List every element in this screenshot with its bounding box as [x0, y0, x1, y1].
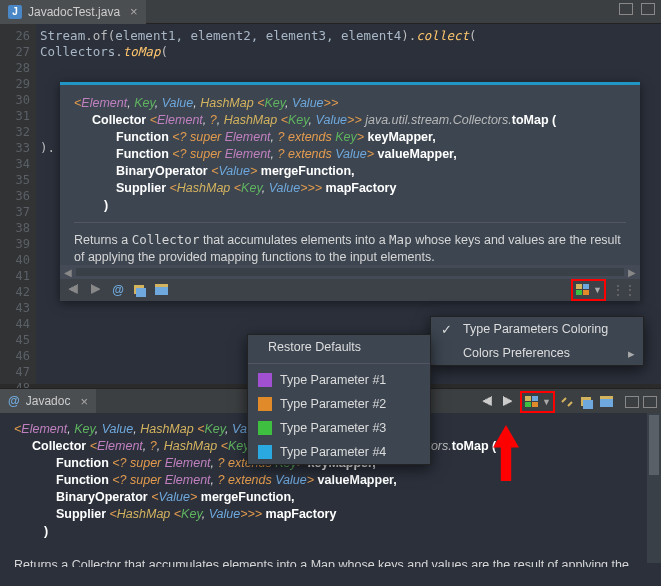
- popup-hscrollbar[interactable]: ◀ ▶: [60, 265, 640, 279]
- javadoc-toolbar: ⯇ ⯈ ▼: [480, 391, 657, 413]
- svg-rect-15: [600, 396, 613, 399]
- editor-tabbar: J JavadocTest.java ×: [0, 0, 661, 24]
- svg-rect-6: [576, 290, 582, 295]
- jd-maximize-icon[interactable]: [643, 396, 657, 408]
- menu-separator: [248, 363, 430, 364]
- scroll-left-icon[interactable]: ◀: [64, 267, 72, 278]
- svg-rect-4: [576, 284, 582, 289]
- svg-rect-10: [525, 402, 531, 407]
- color-dropdown-menu: ✓ Type Parameters Coloring Colors Prefer…: [430, 316, 644, 366]
- svg-rect-9: [532, 396, 538, 401]
- javadoc-tab[interactable]: @ Javadoc ×: [0, 389, 96, 413]
- minimize-icon[interactable]: [619, 3, 633, 15]
- open-declaration-icon[interactable]: [132, 282, 148, 298]
- submenu-arrow-icon: ▸: [628, 346, 635, 361]
- code-editor[interactable]: 262728 293031 323334 353637 383940 41424…: [0, 24, 661, 384]
- maximize-icon[interactable]: [641, 3, 655, 15]
- javadoc-vscrollbar[interactable]: [647, 413, 661, 563]
- svg-rect-5: [583, 284, 589, 289]
- color-swatch-2: [258, 397, 272, 411]
- jd-forward-icon[interactable]: ⯈: [500, 394, 516, 410]
- menu-colors-preferences[interactable]: Colors Preferences ▸: [431, 341, 643, 365]
- javadoc-at-icon: @: [8, 394, 20, 408]
- color-swatch-1: [258, 373, 272, 387]
- menu-restore-defaults[interactable]: Restore Defaults: [248, 335, 430, 359]
- svg-rect-13: [583, 400, 593, 409]
- color-swatch-3: [258, 421, 272, 435]
- scroll-right-icon[interactable]: ▶: [628, 267, 636, 278]
- svg-rect-7: [583, 290, 589, 295]
- jd-dropdown-arrow-icon[interactable]: ▼: [542, 397, 551, 407]
- jd-back-icon[interactable]: ⯇: [480, 394, 496, 410]
- javadoc-tab-label: Javadoc: [26, 394, 71, 408]
- close-tab-icon[interactable]: ×: [130, 4, 138, 19]
- close-javadoc-tab-icon[interactable]: ×: [80, 394, 88, 409]
- editor-tab[interactable]: J JavadocTest.java ×: [0, 0, 146, 24]
- jd-open-decl-icon[interactable]: [579, 394, 595, 410]
- colors-submenu: Restore Defaults Type Parameter #1 Type …: [247, 334, 431, 465]
- popup-toolbar: ⯇ ⯈ @ ▼ ⋮⋮: [60, 279, 640, 301]
- back-icon[interactable]: ⯇: [66, 282, 82, 298]
- svg-rect-3: [155, 284, 168, 287]
- menu-type-params-coloring[interactable]: ✓ Type Parameters Coloring: [431, 317, 643, 341]
- color-swatch-4: [258, 445, 272, 459]
- line-gutter: 262728 293031 323334 353637 383940 41424…: [0, 24, 36, 384]
- jd-browser-icon[interactable]: [599, 394, 615, 410]
- resize-grip-icon[interactable]: ⋮⋮: [612, 283, 636, 297]
- hscroll-track[interactable]: [76, 268, 624, 276]
- editor-window-controls: [619, 3, 655, 15]
- javadoc-popup: <Element, Key, Value, HashMap <Key, Valu…: [60, 82, 640, 301]
- tab-filename: JavadocTest.java: [28, 5, 120, 19]
- menu-type-param-3[interactable]: Type Parameter #3: [248, 416, 430, 440]
- menu-type-param-2[interactable]: Type Parameter #2: [248, 392, 430, 416]
- menu-type-param-1[interactable]: Type Parameter #1: [248, 368, 430, 392]
- javadoc-popup-content: <Element, Key, Value, HashMap <Key, Valu…: [60, 85, 640, 265]
- browser-icon[interactable]: [154, 282, 170, 298]
- svg-rect-1: [136, 288, 146, 297]
- menu-type-param-4[interactable]: Type Parameter #4: [248, 440, 430, 464]
- svg-rect-8: [525, 396, 531, 401]
- jd-color-settings-icon[interactable]: [524, 394, 540, 410]
- jd-minimize-icon[interactable]: [625, 396, 639, 408]
- color-settings-icon[interactable]: [575, 282, 591, 298]
- jd-link-icon[interactable]: [559, 394, 575, 410]
- svg-rect-11: [532, 402, 538, 407]
- dropdown-arrow-icon[interactable]: ▼: [593, 285, 602, 295]
- java-file-icon: J: [8, 5, 22, 19]
- at-icon[interactable]: @: [110, 282, 126, 298]
- forward-icon[interactable]: ⯈: [88, 282, 104, 298]
- check-icon: ✓: [441, 322, 452, 337]
